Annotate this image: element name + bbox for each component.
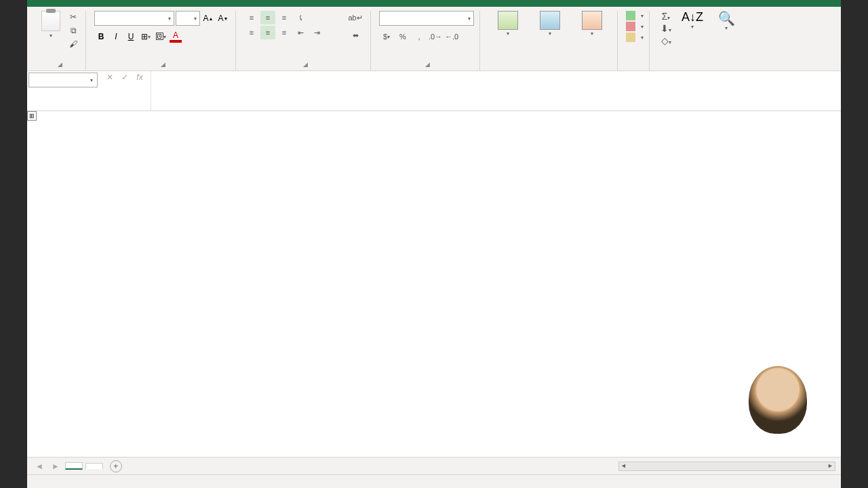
name-box[interactable]: ▾ xyxy=(28,73,98,87)
decrease-decimal-icon[interactable]: ←.0 xyxy=(444,30,459,43)
currency-icon[interactable]: $▾ xyxy=(379,30,394,43)
group-styles: ▾ ▾ ▾ xyxy=(483,11,618,70)
delete-button[interactable]: ▾ xyxy=(626,22,644,31)
align-left-icon[interactable]: ≡ xyxy=(244,26,259,39)
increase-font-icon[interactable]: A▲ xyxy=(201,12,215,25)
fill-color-button[interactable]: 🞖▾ xyxy=(154,30,167,43)
search-icon: 🔍 xyxy=(718,11,735,26)
avatar xyxy=(749,366,807,434)
comma-icon[interactable]: , xyxy=(412,30,427,43)
group-alignment: ≡ ≡ ≡ ⤹ ≡ ≡ ≡ ⇤ ⇥ ab↵ ⬌ ◢ xyxy=(239,11,371,70)
decrease-font-icon[interactable]: A▼ xyxy=(216,12,230,25)
clipboard-icon xyxy=(41,11,60,31)
cell-styles-button[interactable]: ▾ xyxy=(572,11,612,37)
format-button[interactable]: ▾ xyxy=(626,33,644,42)
add-sheet-button[interactable]: + xyxy=(110,460,122,472)
increase-indent-icon[interactable]: ⇥ xyxy=(309,26,324,39)
align-bottom-icon[interactable]: ≡ xyxy=(277,11,292,24)
enter-icon[interactable]: ✓ xyxy=(118,73,132,82)
underline-button[interactable]: U xyxy=(124,30,138,43)
group-editing: Σ▾ ⬇▾ ◇▾ A↓Z▾ 🔍▾ xyxy=(652,11,747,70)
title-bar xyxy=(0,0,868,7)
dialog-launcher-icon[interactable]: ◢ xyxy=(303,61,308,68)
chevron-down-icon: ▾ xyxy=(50,33,52,39)
align-center-icon[interactable]: ≡ xyxy=(260,26,275,39)
paste-button[interactable]: ▾ xyxy=(38,11,64,39)
cancel-icon[interactable]: ✕ xyxy=(103,73,117,82)
merge-button[interactable]: ⬌ xyxy=(346,28,365,42)
increase-decimal-icon[interactable]: .0→ xyxy=(428,30,443,43)
tab-nav-prev[interactable]: ◄ xyxy=(33,462,46,471)
border-button[interactable]: ⊞▾ xyxy=(139,30,153,43)
delete-icon xyxy=(626,22,635,31)
font-name-select[interactable]: ▾ xyxy=(94,11,174,26)
sort-filter-button[interactable]: A↓Z▾ xyxy=(677,11,708,30)
autosum-icon[interactable]: Σ▾ xyxy=(662,11,671,22)
dialog-launcher-icon[interactable]: ◢ xyxy=(58,61,62,68)
copy-icon[interactable]: ⧉ xyxy=(66,24,80,37)
sort-filter-icon: A↓Z xyxy=(682,11,703,24)
decrease-indent-icon[interactable]: ⇤ xyxy=(293,26,308,39)
sheet-tab[interactable] xyxy=(85,463,103,469)
sheet-tab[interactable] xyxy=(65,462,83,470)
insert-button[interactable]: ▾ xyxy=(626,11,644,20)
fx-icon[interactable]: fx xyxy=(133,73,146,82)
group-clipboard: ▾ ✂ ⧉ 🖌 ◢ xyxy=(33,11,86,70)
wrap-text-button[interactable]: ab↵ xyxy=(346,11,365,24)
cell-styles-icon xyxy=(582,11,602,30)
align-right-icon[interactable]: ≡ xyxy=(277,26,292,39)
clear-icon[interactable]: ◇▾ xyxy=(661,35,671,46)
group-cells: ▾ ▾ ▾ xyxy=(620,11,650,70)
percent-icon[interactable]: % xyxy=(395,30,410,43)
ribbon: ▾ ✂ ⧉ 🖌 ◢ ▾ ▾ A▲ A▼ B I U ⊞▾ 🞖▾ xyxy=(27,7,841,71)
group-font: ▾ ▾ A▲ A▼ B I U ⊞▾ 🞖▾ A ◢ xyxy=(89,11,236,70)
group-number: ▾ $▾ % , .0→ ←.0 ◢ xyxy=(374,11,480,70)
fill-icon[interactable]: ⬇▾ xyxy=(660,23,671,34)
dialog-launcher-icon[interactable]: ◢ xyxy=(425,61,430,68)
tab-nav-next[interactable]: ► xyxy=(49,462,62,471)
formula-input[interactable] xyxy=(151,71,841,110)
dialog-launcher-icon[interactable]: ◢ xyxy=(161,61,165,68)
status-bar xyxy=(27,474,841,488)
cut-icon[interactable]: ✂ xyxy=(66,11,80,23)
number-format-select[interactable]: ▾ xyxy=(379,11,474,26)
format-painter-icon[interactable]: 🖌 xyxy=(66,38,80,50)
sheet-tab-bar: ◄ ► + xyxy=(27,457,841,474)
formula-bar: ▾ ✕ ✓ fx xyxy=(27,71,841,111)
italic-button[interactable]: I xyxy=(109,30,123,43)
horizontal-scrollbar[interactable] xyxy=(618,462,835,471)
align-top-icon[interactable]: ≡ xyxy=(244,11,259,24)
table-icon xyxy=(540,11,560,30)
format-as-table-button[interactable]: ▾ xyxy=(530,11,570,37)
bold-button[interactable]: B xyxy=(94,30,108,43)
align-middle-icon[interactable]: ≡ xyxy=(260,11,275,24)
insert-icon xyxy=(626,11,635,20)
autofill-options-icon[interactable]: ⊞ xyxy=(27,111,37,121)
font-size-select[interactable]: ▾ xyxy=(176,11,200,26)
conditional-formatting-icon xyxy=(498,11,518,30)
format-icon xyxy=(626,33,635,42)
worksheet-grid[interactable]: ⊕ ⊞ xyxy=(27,111,841,457)
conditional-formatting-button[interactable]: ▾ xyxy=(488,11,528,37)
font-color-button[interactable]: A xyxy=(169,30,182,43)
orientation-icon[interactable]: ⤹ xyxy=(293,11,308,24)
find-select-button[interactable]: 🔍▾ xyxy=(711,11,742,32)
